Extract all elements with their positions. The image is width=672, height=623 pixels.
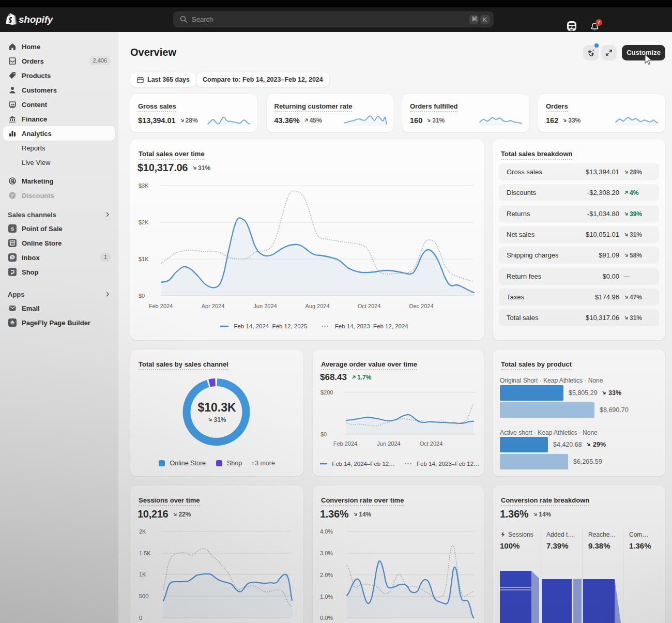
svg-text:2K: 2K: [139, 528, 146, 535]
svg-text:Jun 2024: Jun 2024: [253, 303, 277, 309]
svg-text:Feb 2024: Feb 2024: [149, 303, 173, 309]
svg-text:3.0%: 3.0%: [320, 550, 333, 556]
svg-text:1K: 1K: [139, 571, 146, 578]
svg-text:$2K: $2K: [139, 219, 149, 225]
svg-text:2.0%: 2.0%: [320, 572, 333, 578]
svg-text:Aug 2024: Aug 2024: [305, 303, 329, 309]
svg-text:4.0%: 4.0%: [320, 528, 333, 535]
svg-text:1.5K: 1.5K: [139, 550, 151, 556]
svg-text:0.0%: 0.0%: [320, 615, 333, 621]
svg-text:0: 0: [139, 615, 142, 621]
svg-text:$3K: $3K: [139, 183, 149, 189]
svg-text:Oct 2024: Oct 2024: [358, 303, 381, 309]
svg-text:Dec 2024: Dec 2024: [409, 303, 433, 309]
svg-text:Jun 2024: Jun 2024: [377, 440, 400, 447]
svg-text:1.0%: 1.0%: [320, 594, 333, 600]
svg-text:S: S: [11, 255, 14, 259]
svg-text:Apr 2024: Apr 2024: [202, 303, 225, 309]
svg-text:$200: $200: [320, 389, 333, 396]
svg-text:$0: $0: [139, 293, 145, 299]
svg-text:$1K: $1K: [139, 256, 149, 262]
svg-text:Oct 2024: Oct 2024: [420, 440, 443, 447]
svg-text:$0: $0: [320, 431, 327, 437]
svg-text:Feb 2024: Feb 2024: [333, 440, 357, 447]
svg-text:S: S: [11, 226, 14, 232]
svg-text:500: 500: [139, 593, 148, 599]
